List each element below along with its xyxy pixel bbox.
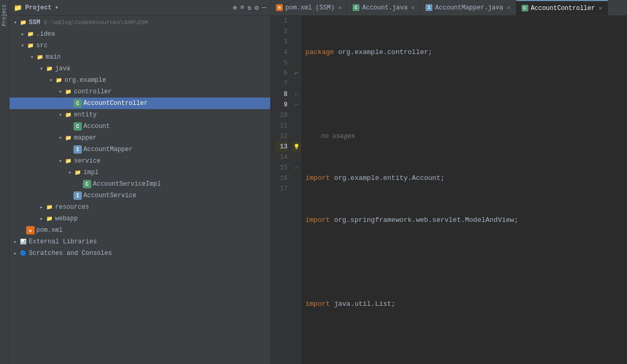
settings-list-icon[interactable]: ≡ — [240, 4, 245, 12]
tab-pom-xml[interactable]: m pom.xml (SSM) ✕ — [271, 0, 347, 15]
gutter-17 — [292, 184, 301, 194]
code-gutter: ⌐ ⌐ ⌐ 💡 ⌐ — [292, 16, 301, 364]
gutter-5 — [292, 58, 301, 68]
folder-icon-main: 📁 — [36, 53, 44, 61]
tab-bar: m pom.xml (SSM) ✕ C Account.java ✕ I Acc… — [271, 0, 627, 16]
tree-item-resources[interactable]: ▸ 📁 resources — [9, 201, 270, 213]
folder-icon-org-example: 📁 — [55, 76, 63, 84]
arrow-ssm[interactable]: ▾ — [12, 19, 19, 26]
tab-mapper-label: AccountMapper.java — [435, 4, 503, 12]
tree-item-java[interactable]: ▾ 📁 java — [9, 63, 270, 74]
code-editor[interactable]: 1 2 3 4 5 6 7 8 9 10 11 12 13 14 15 16 1… — [271, 16, 627, 364]
tab-account-controller[interactable]: C AccountController ✕ — [516, 0, 608, 15]
tree-item-account-service[interactable]: I AccountService — [9, 190, 270, 201]
project-folder-icon: 📁 — [14, 4, 22, 12]
minimize-icon[interactable]: — — [262, 4, 266, 12]
tree-item-pom-xml[interactable]: m pom.xml — [9, 224, 270, 236]
scratch-icon: 🔵 — [19, 249, 27, 258]
add-icon[interactable]: ⊕ — [233, 4, 237, 12]
arrow-src[interactable]: ▾ — [19, 42, 26, 49]
tree-item-account-controller[interactable]: C AccountController — [9, 98, 270, 109]
tab-controller-label: AccountController — [531, 5, 595, 12]
tab-pom-label: pom.xml (SSM) — [285, 4, 335, 12]
project-panel: 📁 Project ▾ ⊕ ≡ ⇅ ⚙ — ▾ 📁 SSM D:\aBlog\C… — [9, 0, 271, 364]
arrow-webapp[interactable]: ▸ — [38, 216, 45, 222]
code-line-3: import org.example.entity.Account; — [305, 173, 623, 184]
xml-tab-icon: m — [276, 4, 283, 11]
label-resources: resources — [55, 204, 89, 211]
label-org-example: org.example — [65, 77, 106, 84]
arrow-idea[interactable]: ▸ — [19, 31, 26, 37]
interface-icon-account-mapper: I — [73, 145, 82, 154]
arrow-entity[interactable]: ▾ — [57, 112, 64, 118]
code-line-5 — [305, 257, 623, 267]
tree-item-external-libraries[interactable]: ▸ 📊 External Libraries — [9, 236, 270, 248]
project-tab-label[interactable]: Project — [1, 0, 8, 30]
tree-item-account-service-impl[interactable]: C AccountServiceImpl — [9, 178, 270, 190]
dropdown-icon[interactable]: ▾ — [55, 4, 58, 12]
code-line-1: package org.example.controller; — [305, 47, 623, 58]
tree-item-controller[interactable]: ▾ 📁 controller — [9, 86, 270, 98]
folder-icon-entity: 📁 — [64, 111, 72, 119]
tree-item-idea[interactable]: ▸ 📁 .idea — [9, 28, 270, 40]
project-title: Project — [25, 4, 51, 12]
xml-icon-pom: m — [26, 226, 35, 234]
folder-icon-java: 📁 — [45, 65, 54, 73]
tree-item-entity[interactable]: ▾ 📁 entity — [9, 109, 270, 121]
tab-mapper-close[interactable]: ✕ — [507, 4, 511, 11]
class-tab-icon-account: C — [353, 4, 359, 11]
tab-pom-close[interactable]: ✕ — [338, 4, 342, 11]
arrow-org-example[interactable]: ▾ — [47, 77, 55, 83]
label-main: main — [46, 53, 61, 61]
arrow-impl[interactable]: ▾ — [66, 169, 73, 176]
library-icon: 📊 — [19, 238, 27, 246]
tab-account-java[interactable]: C Account.java ✕ — [347, 0, 420, 15]
gutter-1 — [292, 16, 301, 26]
gutter-12 — [292, 131, 301, 142]
class-tab-icon-controller: C — [522, 5, 528, 12]
tree-item-service[interactable]: ▾ 📁 service — [9, 155, 270, 167]
sort-icon[interactable]: ⇅ — [248, 4, 252, 12]
tree-item-account-mapper[interactable]: I AccountMapper — [9, 144, 270, 155]
arrow-controller[interactable]: ▾ — [57, 89, 64, 95]
folder-icon-resources: 📁 — [45, 203, 54, 211]
tree-item-webapp[interactable]: ▸ 📁 webapp — [9, 213, 270, 224]
tab-account-mapper[interactable]: I AccountMapper.java ✕ — [420, 0, 516, 15]
gutter-13[interactable]: 💡 — [292, 142, 301, 152]
gutter-8: ⌐ — [292, 89, 301, 100]
tree-item-scratches[interactable]: ▸ 🔵 Scratches and Consoles — [9, 248, 270, 259]
tree-item-src[interactable]: ▾ 📁 src — [9, 40, 270, 51]
arrow-service[interactable]: ▾ — [57, 158, 64, 164]
code-line-7 — [305, 341, 623, 351]
gutter-14 — [292, 152, 301, 163]
header-icons: ⊕ ≡ ⇅ ⚙ — — [233, 4, 266, 12]
gutter-4 — [292, 47, 301, 58]
folder-icon-impl: 📁 — [73, 168, 82, 177]
arrow-resources[interactable]: ▸ — [38, 204, 45, 210]
arrow-main[interactable]: ▾ — [28, 54, 36, 60]
tree-item-impl[interactable]: ▾ 📁 impl — [9, 167, 270, 178]
gutter-16 — [292, 173, 301, 184]
arrow-mapper[interactable]: ▾ — [57, 135, 64, 141]
tab-account-close[interactable]: ✕ — [411, 4, 415, 11]
vertical-tab-panel[interactable]: Project — [0, 0, 9, 364]
tree-item-org-example[interactable]: ▾ 📁 org.example — [9, 74, 270, 86]
tab-controller-close[interactable]: ✕ — [599, 5, 602, 12]
code-content[interactable]: package org.example.controller; no usage… — [301, 16, 627, 364]
label-account-controller: AccountController — [83, 100, 147, 107]
folder-icon-ssm: 📁 — [19, 18, 27, 27]
code-line-4: import org.springframework.web.servlet.M… — [305, 215, 623, 226]
label-idea: .idea — [36, 30, 55, 38]
tree-item-mapper[interactable]: ▾ 📁 mapper — [9, 132, 270, 144]
tab-account-label: Account.java — [362, 4, 407, 12]
interface-tab-icon-mapper: I — [426, 4, 432, 11]
label-mapper: mapper — [74, 134, 97, 142]
tree-item-main[interactable]: ▾ 📁 main — [9, 51, 270, 63]
tree-item-ssm[interactable]: ▾ 📁 SSM D:\aBlog\CodeResources\SSM\SSM — [9, 17, 270, 28]
gutter-15: ⌐ — [292, 163, 301, 173]
gear-icon[interactable]: ⚙ — [254, 4, 259, 12]
arrow-external-libraries[interactable]: ▸ — [12, 239, 19, 245]
arrow-java[interactable]: ▾ — [38, 66, 45, 72]
arrow-scratches[interactable]: ▸ — [12, 250, 19, 256]
tree-item-account[interactable]: C Account — [9, 121, 270, 132]
